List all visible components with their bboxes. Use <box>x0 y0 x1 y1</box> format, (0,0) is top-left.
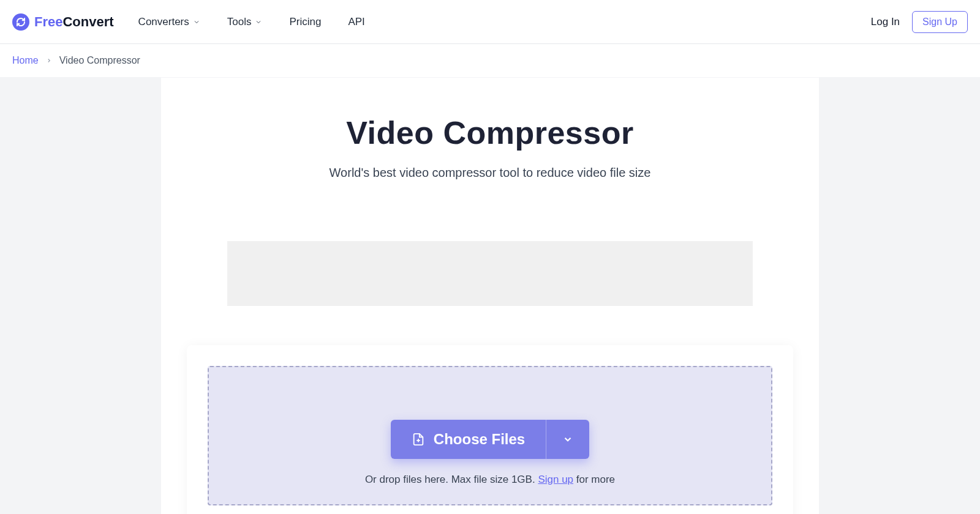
header: FreeConvert Converters Tools Pricing API… <box>0 0 980 44</box>
choose-files-group: Choose Files <box>391 420 589 459</box>
signup-link-inline[interactable]: Sign up <box>538 474 573 485</box>
chevron-down-icon <box>193 18 200 26</box>
signup-button[interactable]: Sign Up <box>912 11 968 33</box>
nav-pricing[interactable]: Pricing <box>289 16 321 28</box>
logo[interactable]: FreeConvert <box>12 13 114 31</box>
breadcrumb-home[interactable]: Home <box>12 55 39 66</box>
page-subtitle: World's best video compressor tool to re… <box>161 166 819 180</box>
upload-card: Choose Files Or drop files here. Max fil… <box>187 345 793 514</box>
main-nav: Converters Tools Pricing API <box>138 16 365 28</box>
file-plus-icon <box>412 433 425 446</box>
chevron-down-icon <box>562 434 573 445</box>
dropzone[interactable]: Choose Files Or drop files here. Max fil… <box>208 366 772 505</box>
breadcrumb-current: Video Compressor <box>59 55 140 66</box>
choose-files-label: Choose Files <box>434 431 525 448</box>
nav-tools-label: Tools <box>227 16 252 28</box>
nav-tools[interactable]: Tools <box>227 16 263 28</box>
page-title: Video Compressor <box>161 114 819 151</box>
nav-api[interactable]: API <box>348 16 364 28</box>
header-right: Log In Sign Up <box>871 11 968 33</box>
chevron-down-icon <box>255 18 262 26</box>
nav-converters[interactable]: Converters <box>138 16 200 28</box>
nav-converters-label: Converters <box>138 16 189 28</box>
ad-placeholder <box>227 241 753 306</box>
logo-text: FreeConvert <box>34 14 114 30</box>
choose-files-dropdown[interactable] <box>546 420 589 459</box>
page-wrap: Video Compressor World's best video comp… <box>0 78 980 514</box>
chevron-right-icon <box>46 58 52 64</box>
refresh-icon <box>12 13 29 31</box>
breadcrumb: Home Video Compressor <box>0 44 980 78</box>
nav-pricing-label: Pricing <box>289 16 321 28</box>
nav-api-label: API <box>348 16 364 28</box>
choose-files-button[interactable]: Choose Files <box>391 420 546 459</box>
login-link[interactable]: Log In <box>871 16 900 28</box>
content-card: Video Compressor World's best video comp… <box>161 78 819 514</box>
drop-text: Or drop files here. Max file size 1GB. S… <box>221 474 759 486</box>
